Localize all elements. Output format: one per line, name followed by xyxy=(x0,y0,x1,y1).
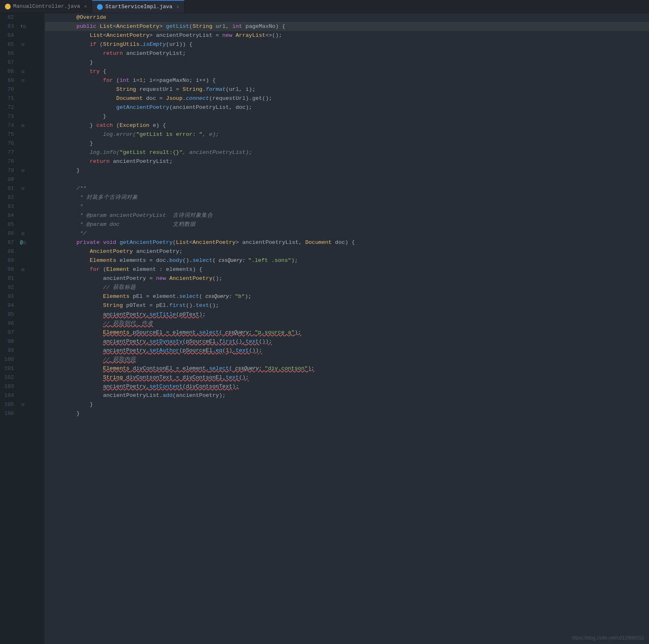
java-file-icon xyxy=(5,4,11,9)
code-line-64: List<AncientPoetry> ancientPoetryList = … xyxy=(45,31,649,40)
java-interface-icon xyxy=(97,4,103,10)
fold-icon[interactable]: ⊟ xyxy=(21,78,24,84)
code-line-65: if (StringUtils.isEmpty(url)) { xyxy=(45,40,649,49)
fold-icon[interactable]: ⊟ xyxy=(23,240,26,246)
fold-icon[interactable]: ⊟ xyxy=(21,267,24,273)
fold-icon[interactable]: ⊟ xyxy=(21,186,24,192)
fold-icon[interactable]: ⊟ xyxy=(21,402,24,408)
tab-label-startservice: StartServiceImpl.java xyxy=(105,4,172,10)
code-line-71: Document doc = Jsoup.connect(requestUrl)… xyxy=(45,94,649,103)
fold-icon[interactable]: ⊟ xyxy=(21,168,24,174)
code-line-92: // 获取标题 xyxy=(45,283,649,292)
code-editor[interactable]: @Override public List<AncientPoetry> get… xyxy=(45,13,649,644)
close-tab-manual[interactable]: ✕ xyxy=(84,4,87,9)
code-line-68: try { xyxy=(45,67,649,76)
code-line-83: * xyxy=(45,202,649,211)
tab-manual-controller[interactable]: ManualController.java ✕ xyxy=(0,0,92,13)
tab-start-service[interactable]: StartServiceImpl.java ✕ xyxy=(92,0,184,13)
fold-icon[interactable]: ⊟ xyxy=(23,24,26,30)
watermark: https://blog.csdn.net/u012888052 xyxy=(572,635,644,641)
code-line-100: // 获取内容 xyxy=(45,355,649,364)
code-line-84: * @param ancientPoetryList 古诗词对象集合 xyxy=(45,211,649,220)
code-line-91: ancientPoetry = new AncientPoetry(); xyxy=(45,274,649,283)
code-line-105: } xyxy=(45,400,649,409)
code-content: @Override public List<AncientPoetry> get… xyxy=(45,13,649,418)
code-line-76: } xyxy=(45,139,649,148)
tab-label-manual: ManualController.java xyxy=(13,3,80,9)
code-line-69: for (int i=1; i<=pageMaxNo; i++) { xyxy=(45,76,649,85)
code-line-98: ancientPoetry.setDynasty(pSourceEl.first… xyxy=(45,337,649,346)
code-line-62: @Override xyxy=(45,13,649,22)
code-line-88: AncientPoetry ancientPoetry; xyxy=(45,247,649,256)
code-line-80 xyxy=(45,175,649,184)
code-line-87: private void getAncientPoetry(List<Ancie… xyxy=(45,238,649,247)
code-line-106: } xyxy=(45,409,649,418)
editor-container: 62 63↑⊟ 64 65⊟ 66 67 68⊟ 69⊟ 70 71 72 73… xyxy=(0,13,649,644)
code-line-82: * 封装多个古诗词对象 xyxy=(45,193,649,202)
code-line-97: Elements pSourceEl = element.select( css… xyxy=(45,328,649,337)
code-line-104: ancientPoetryList.add(ancientPoetry); xyxy=(45,391,649,400)
tab-bar: ManualController.java ✕ StartServiceImpl… xyxy=(0,0,649,13)
code-line-72: getAncientPoetry(ancientPoetryList, doc)… xyxy=(45,103,649,112)
code-line-67: } xyxy=(45,58,649,67)
code-line-93: Elements pEl = element.select( cssQuery:… xyxy=(45,292,649,301)
code-line-79: } xyxy=(45,166,649,175)
code-line-77: log.info("getList result:{}", ancientPoe… xyxy=(45,148,649,157)
line-gutter: 62 63↑⊟ 64 65⊟ 66 67 68⊟ 69⊟ 70 71 72 73… xyxy=(0,13,45,644)
fold-icon[interactable]: ⊟ xyxy=(21,42,24,48)
code-line-63: public List<AncientPoetry> getList(Strin… xyxy=(45,22,649,31)
code-line-75: log.error("getList is error: ", e); xyxy=(45,130,649,139)
code-line-103: ancientPoetry.setContent(divContsonText)… xyxy=(45,382,649,391)
breakpoint-arrow: ↑ xyxy=(20,24,23,29)
code-line-90: for (Element element : elements) { xyxy=(45,265,649,274)
fold-icon[interactable]: ⊟ xyxy=(21,231,24,237)
fold-icon[interactable]: ⊟ xyxy=(21,123,24,129)
close-tab-startservice[interactable]: ✕ xyxy=(176,4,179,9)
code-line-86: */ xyxy=(45,229,649,238)
code-line-96: // 获取朝代、作者 xyxy=(45,319,649,328)
ide-window: ManualController.java ✕ StartServiceImpl… xyxy=(0,0,649,644)
code-line-94: String p0Text = pEl.first().text(); xyxy=(45,301,649,310)
code-line-81: /** xyxy=(45,184,649,193)
code-line-74: } catch (Exception e) { xyxy=(45,121,649,130)
code-line-101: Elements divContsonEl = element.select( … xyxy=(45,364,649,373)
code-line-78: return ancientPoetryList; xyxy=(45,157,649,166)
code-line-85: * @param doc 文档数据 xyxy=(45,220,649,229)
code-line-99: ancientPoetry.setAuthor(pSourceEl.eq(1).… xyxy=(45,346,649,355)
code-line-95: ancientPoetry.setTitle(p0Text); xyxy=(45,310,649,319)
code-line-89: Elements elements = doc.body().select( c… xyxy=(45,256,649,265)
code-line-73: } xyxy=(45,112,649,121)
code-line-102: String divContsonText = divContsonEl.tex… xyxy=(45,373,649,382)
annotation-marker: @ xyxy=(20,240,23,245)
code-line-70: String requestUrl = String.format(url, i… xyxy=(45,85,649,94)
fold-icon[interactable]: ⊟ xyxy=(21,69,24,75)
code-line-66: return ancientPoetryList; xyxy=(45,49,649,58)
